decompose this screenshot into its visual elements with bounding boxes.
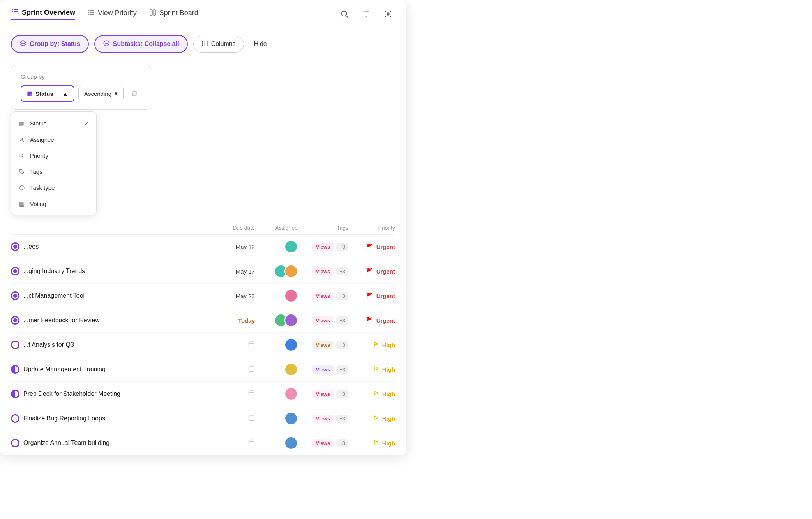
task-table: Due date Assignee Tags Priority ...ees M…: [0, 222, 406, 455]
delete-group-button[interactable]: [127, 86, 141, 101]
tags-cell: Views +3: [298, 365, 348, 374]
table-row[interactable]: ...mer Feedback for Review Today Views +…: [11, 308, 395, 333]
dropdown-assignee[interactable]: Assignee: [11, 132, 96, 148]
group-by-title: Group by: [21, 73, 141, 80]
dropdown-task-type-label: Task type: [30, 184, 55, 191]
dropdown-task-type[interactable]: Task type: [11, 180, 96, 196]
priority-label: Urgent: [376, 293, 395, 299]
dropdown-voting[interactable]: ▦ Voting: [11, 196, 96, 212]
tag-count: +3: [336, 292, 348, 300]
dropdown-priority-label: Priority: [30, 152, 48, 159]
svg-rect-9: [90, 12, 94, 13]
dropdown-voting-label: Voting: [30, 201, 46, 207]
status-icon: ▦: [27, 90, 32, 97]
assignee-cell: [255, 363, 298, 376]
table-row[interactable]: ...ct Management Tool May 23 Views +3 🚩 …: [11, 284, 395, 308]
group-by-button[interactable]: Group by: Status: [11, 35, 89, 53]
due-date: May 12: [204, 244, 255, 250]
list-icon-2: [88, 9, 95, 18]
status-icon-half: [11, 365, 19, 374]
avatar: [284, 436, 298, 450]
svg-rect-8: [88, 12, 90, 13]
tags-cell: Views +3: [298, 415, 348, 423]
table-row[interactable]: Organize Annual Team building Views +3 🏳: [11, 431, 395, 455]
avatar: [284, 314, 298, 327]
subtasks-button[interactable]: Subtasks: Collapse all: [94, 35, 188, 53]
svg-marker-27: [19, 185, 24, 190]
nav-sprint-board[interactable]: Sprint Board: [149, 9, 198, 19]
priority-cell: 🏳 High: [348, 390, 395, 397]
status-icon-quarter: [11, 439, 19, 447]
tag-views: Views: [312, 415, 334, 423]
tag-views: Views: [312, 316, 334, 325]
dropdown-tags-label: Tags: [30, 168, 42, 175]
priority-flag-icon: 🚩: [366, 268, 373, 275]
columns-label: Columns: [211, 41, 236, 48]
priority-cell: 🚩 Urgent: [348, 243, 395, 250]
hide-button[interactable]: Hide: [249, 37, 272, 51]
tag-count: +3: [336, 267, 348, 275]
priority-label: High: [382, 391, 395, 397]
sort-value: Ascending: [84, 90, 111, 97]
table-row[interactable]: ...ees May 12 Views +3 🚩 Urgent: [11, 235, 395, 259]
search-button[interactable]: [337, 7, 351, 21]
status-icon-full: [11, 267, 19, 275]
priority-menu-icon: [18, 153, 25, 159]
col-due-date: Due date: [204, 225, 255, 231]
status-icon-quarter: [11, 341, 19, 349]
dropdown-menu: ▦ Status ✓ Assignee Priority: [11, 111, 97, 215]
settings-button[interactable]: [381, 7, 395, 21]
table-row[interactable]: Finalize Bug Reporting Loops Views +3 🏳: [11, 406, 395, 431]
svg-rect-32: [249, 366, 254, 372]
task-name: Update Management Training: [11, 365, 204, 374]
filter-button[interactable]: [359, 7, 373, 21]
priority-cell: 🏳 High: [348, 366, 395, 373]
tag-count: +3: [336, 390, 348, 398]
task-name: ...mer Feedback for Review: [11, 316, 204, 325]
nav-view-priority[interactable]: View Priority: [88, 9, 137, 19]
avatar: [284, 240, 298, 253]
due-date: May 23: [204, 293, 255, 299]
tag-count: +3: [336, 316, 348, 325]
columns-icon: [201, 40, 208, 48]
list-icon: [11, 8, 19, 18]
task-name: ...ct Management Tool: [11, 291, 204, 300]
table-row[interactable]: ...ging Industry Trends May 17 Views +3 …: [11, 259, 395, 284]
tag-count: +3: [336, 243, 348, 251]
nav-sprint-overview[interactable]: Sprint Overview: [11, 8, 75, 20]
dropdown-tags[interactable]: Tags: [11, 164, 96, 180]
table-row[interactable]: Prep Deck for Stakeholder Meeting Views …: [11, 382, 395, 406]
col-tags: Tags: [298, 225, 348, 231]
svg-line-15: [346, 16, 348, 18]
board-icon: [149, 9, 156, 18]
group-by-label: Group by: Status: [30, 41, 80, 48]
task-name: ...ging Industry Trends: [11, 267, 204, 275]
svg-rect-12: [150, 9, 152, 15]
dropdown-status-label: Status: [30, 120, 47, 127]
tag-views: Views: [312, 439, 334, 447]
dropdown-status[interactable]: ▦ Status ✓: [11, 115, 96, 132]
table-row[interactable]: ...t Analysis for Q3 Views +3 🏳 High: [11, 333, 395, 357]
tag-count: +3: [336, 415, 348, 423]
group-by-controls: ▦ Status ▲ Ascending ▾: [21, 85, 141, 102]
task-name: Prep Deck for Stakeholder Meeting: [11, 390, 204, 398]
priority-cell: 🚩 Urgent: [348, 268, 395, 275]
due-date-today: Today: [204, 317, 255, 324]
priority-flag-icon: 🚩: [366, 243, 373, 250]
dropdown-priority[interactable]: Priority: [11, 148, 96, 164]
navbar: Sprint Overview View Priority Sprint Boa…: [0, 0, 406, 28]
table-row[interactable]: Update Management Training Views +3 🏳 Hi: [11, 357, 395, 382]
avatar: [284, 338, 298, 351]
tags-menu-icon: [18, 169, 25, 175]
priority-cell: 🏳 High: [348, 415, 395, 422]
svg-rect-5: [14, 14, 18, 14]
tag-views: Views: [312, 390, 334, 398]
col-task: [11, 225, 204, 231]
priority-cell: 🏳 High: [348, 440, 395, 447]
due-date-empty: [204, 341, 255, 349]
columns-button[interactable]: Columns: [193, 36, 244, 53]
svg-rect-0: [12, 9, 13, 10]
sort-select[interactable]: Ascending ▾: [78, 86, 124, 101]
group-by-select[interactable]: ▦ Status ▲: [21, 85, 74, 102]
svg-marker-20: [20, 41, 26, 44]
